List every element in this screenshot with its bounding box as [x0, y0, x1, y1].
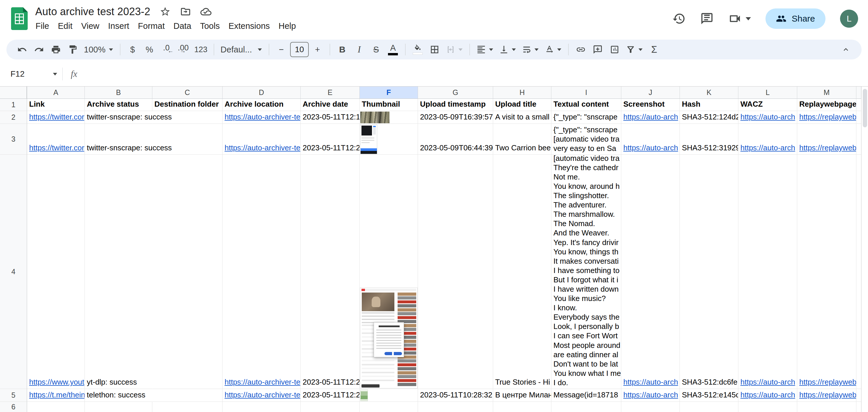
cell-M1[interactable]: Replaywebpage	[797, 99, 856, 111]
cell-link[interactable]: https://twitter.cor	[27, 143, 85, 154]
decrease-font-size-button[interactable]: −	[273, 41, 289, 58]
cell-L5[interactable]: https://auto-arch	[738, 389, 797, 402]
cell-H5[interactable]: В центре Милан	[493, 389, 551, 402]
cell-M5[interactable]: https://replayweb.	[797, 389, 856, 402]
menu-tools[interactable]: Tools	[196, 20, 224, 33]
cell-H1[interactable]: Upload title	[493, 99, 551, 111]
cell-D2[interactable]: https://auto-archiver-te	[222, 111, 301, 124]
fill-color-button[interactable]	[409, 41, 426, 58]
cell-C1[interactable]: Destination folder	[152, 99, 222, 111]
cell-link[interactable]: https://auto-archiver-te	[222, 113, 301, 123]
document-title[interactable]: Auto archive test 2023-2	[35, 5, 150, 18]
column-header-F[interactable]: F	[360, 87, 418, 99]
increase-font-size-button[interactable]: +	[309, 41, 326, 58]
cell-B6[interactable]	[85, 402, 152, 412]
cell-E2[interactable]: 2023-05-11T12:1	[301, 111, 360, 124]
cell-F6[interactable]	[360, 402, 418, 412]
cell-E1[interactable]: Archive date	[301, 99, 360, 111]
cell-N4[interactable]	[856, 155, 861, 389]
share-button[interactable]: Share	[766, 8, 826, 29]
cell-K5[interactable]: SHA3-512:e145c	[680, 389, 738, 402]
cell-D3[interactable]: https://auto-archiver-te	[222, 124, 301, 155]
cell-I5[interactable]: Message(id=18718	[551, 389, 621, 402]
avatar[interactable]: L	[840, 10, 858, 28]
column-header-C[interactable]: C	[152, 87, 222, 99]
cell-E6[interactable]	[301, 402, 360, 412]
cell-K1[interactable]: Hash	[680, 99, 738, 111]
menu-edit[interactable]: Edit	[54, 20, 77, 33]
column-header-E[interactable]: E	[301, 87, 360, 99]
cell-N3[interactable]	[856, 124, 861, 155]
cell-B2[interactable]: twitter-snscrape: success	[85, 111, 152, 124]
cell-A5[interactable]: https://t.me/thein	[27, 389, 85, 402]
functions-button[interactable]: Σ	[646, 41, 662, 58]
cell-G4[interactable]	[418, 155, 493, 389]
cell-link[interactable]: https://auto-arch	[621, 143, 680, 154]
cell-K3[interactable]: SHA3-512:31929	[680, 124, 738, 155]
cell-N5[interactable]	[856, 389, 861, 402]
cell-F5[interactable]	[360, 389, 418, 402]
column-header-M[interactable]: M	[797, 87, 856, 99]
cell-link[interactable]: https://replayweb.	[797, 390, 856, 402]
horizontal-align-button[interactable]	[474, 41, 496, 58]
select-all-corner[interactable]	[0, 87, 27, 99]
increase-decimal-button[interactable]: .00→	[175, 41, 191, 58]
zoom-select[interactable]: 100%	[82, 41, 116, 58]
cell-M6[interactable]	[797, 402, 856, 412]
column-header-B[interactable]: B	[85, 87, 152, 99]
cell-M2[interactable]: https://replayweb.	[797, 111, 856, 124]
cell-B3[interactable]: twitter-snscrape: success	[85, 124, 152, 155]
comments-icon[interactable]	[700, 12, 714, 25]
cell-link[interactable]: https://replayweb.	[797, 143, 856, 154]
font-select[interactable]: Defaul...	[218, 41, 265, 58]
cell-A2[interactable]: https://twitter.cor	[27, 111, 85, 124]
move-folder-icon[interactable]	[180, 6, 191, 17]
cell-A6[interactable]	[27, 402, 85, 412]
text-color-button[interactable]: A	[385, 41, 401, 58]
sheets-logo[interactable]	[11, 7, 28, 30]
cell-D1[interactable]: Archive location	[222, 99, 301, 111]
paint-format-button[interactable]	[65, 41, 81, 58]
cell-H2[interactable]: A visit to a small	[493, 111, 551, 124]
cell-I1[interactable]: Textual content	[551, 99, 621, 111]
column-header-A[interactable]: A	[27, 87, 85, 99]
cell-J6[interactable]	[621, 402, 680, 412]
cell-H4[interactable]: True Stories - Hi	[493, 155, 551, 389]
cell-link[interactable]: https://replayweb.	[797, 113, 856, 123]
cell-link[interactable]: https://twitter.cor	[27, 113, 85, 123]
cell-N1[interactable]	[856, 99, 861, 111]
column-header-J[interactable]: J	[621, 87, 680, 99]
cell-link[interactable]: https://auto-arch	[738, 390, 797, 402]
menu-extensions[interactable]: Extensions	[224, 20, 274, 33]
menu-view[interactable]: View	[77, 20, 104, 33]
create-filter-button[interactable]	[623, 41, 646, 58]
cell-link[interactable]: https://auto-arch	[621, 390, 680, 402]
merge-cells-button[interactable]	[443, 41, 465, 58]
text-rotation-button[interactable]	[542, 41, 564, 58]
cell-G3[interactable]: 2023-05-09T06:44:39	[418, 124, 493, 155]
insert-comment-button[interactable]	[590, 41, 606, 58]
cell-F3[interactable]	[360, 124, 418, 155]
cell-C6[interactable]	[152, 402, 222, 412]
column-header-K[interactable]: K	[680, 87, 738, 99]
cell-I2[interactable]: {"_type": "snscrape	[551, 111, 621, 124]
cell-N6[interactable]	[856, 402, 861, 412]
collapse-toolbar-button[interactable]	[838, 41, 854, 58]
cell-N2[interactable]	[856, 111, 861, 124]
cell-F1[interactable]: Thumbnail	[360, 99, 418, 111]
cell-K4[interactable]: SHA3-512:dc6fe	[680, 155, 738, 389]
cell-G1[interactable]: Upload timestamp	[418, 99, 493, 111]
cell-L1[interactable]: WACZ	[738, 99, 797, 111]
menu-help[interactable]: Help	[274, 20, 300, 33]
cell-B5[interactable]: telethon: success	[85, 389, 152, 402]
cell-I6[interactable]	[551, 402, 621, 412]
cell-A1[interactable]: Link	[27, 99, 85, 111]
cell-A4[interactable]: https://www.yout	[27, 155, 85, 389]
cell-J4[interactable]: https://auto-arch	[621, 155, 680, 389]
cell-I4[interactable]: [automatic video traThey're the cathedrN…	[551, 155, 621, 389]
cell-F2[interactable]	[360, 111, 418, 124]
cell-link[interactable]: https://auto-arch	[621, 113, 680, 123]
cell-E4[interactable]: 2023-05-11T12:2	[301, 155, 360, 389]
vertical-scrollbar[interactable]	[861, 87, 868, 412]
cell-link[interactable]: https://www.yout	[27, 378, 85, 389]
